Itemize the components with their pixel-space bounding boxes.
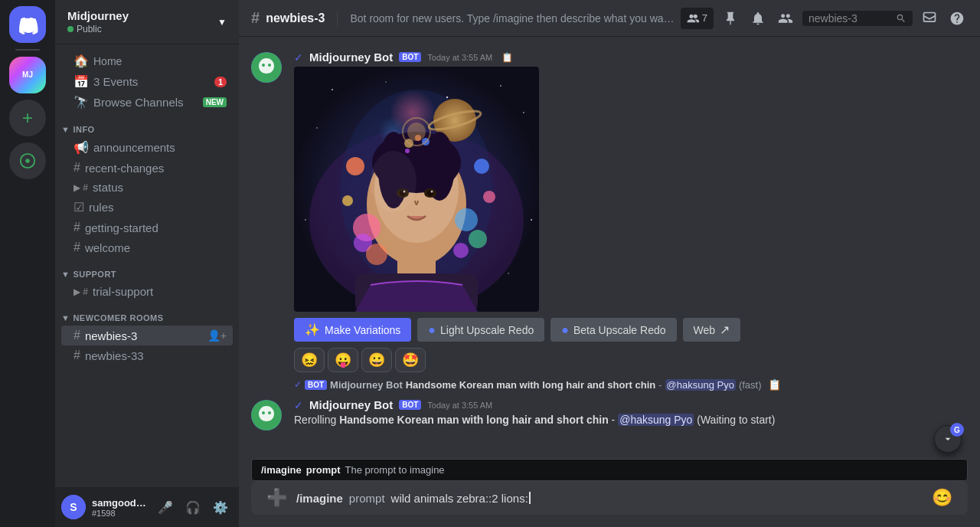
reaction-2[interactable]: 😛	[328, 348, 358, 372]
midjourney-server-icon[interactable]: MJ	[9, 57, 46, 93]
hash-icon: #	[74, 329, 80, 342]
category-arrow-icon2: ▼	[61, 270, 70, 279]
context-text-prompt: Handsome Korean man with long hair and s…	[406, 379, 655, 391]
discord-home-button[interactable]	[9, 6, 46, 43]
context-copy-icon[interactable]: 📋	[768, 378, 781, 391]
make-variations-label: Make Variations	[325, 324, 400, 336]
browse-icon: 🔭	[74, 95, 89, 110]
message-author-2[interactable]: Midjourney Bot	[309, 398, 393, 411]
reactions: 😖 😛 😀 🤩	[294, 348, 968, 372]
events-icon: 📅	[74, 74, 89, 89]
beta-upscale-label: Beta Upscale Redo	[573, 324, 666, 336]
help-icon[interactable]	[946, 8, 968, 29]
unread-badge: G	[950, 423, 964, 437]
channel-welcome-name: welcome	[85, 241, 227, 254]
make-variations-button[interactable]: ✨ Make Variations	[294, 318, 411, 342]
search-bar[interactable]	[802, 11, 913, 26]
channel-item-trial-support[interactable]: ▶ # trial-support	[61, 282, 233, 301]
svg-point-54	[371, 151, 416, 212]
channel-item-getting-started[interactable]: # getting-started	[61, 218, 233, 237]
image-container	[294, 67, 968, 312]
svg-point-7	[268, 64, 271, 67]
message-content-image: ✓ Midjourney Bot BOT Today at 3:55 AM 📋	[294, 51, 968, 372]
headset-button[interactable]: 🎧	[181, 495, 205, 519]
notification-icon[interactable]	[747, 8, 769, 29]
pin-icon[interactable]	[720, 8, 741, 29]
channel-announcements-name: announcements	[93, 141, 227, 154]
hash-icon: ▶ #	[74, 182, 88, 193]
members-icon[interactable]	[775, 8, 796, 29]
context-speed: (fast)	[739, 379, 762, 391]
category-newcomer-label: NEWCOMER ROOMS	[73, 313, 163, 322]
message-input-area: ➕ /imagine prompt wild animals zebra::2 …	[239, 481, 980, 527]
add-server-button[interactable]: +	[9, 100, 46, 136]
settings-button[interactable]: ⚙️	[208, 495, 233, 519]
channel-item-newbies-3[interactable]: # newbies-3 👤+	[61, 326, 233, 345]
reaction-3[interactable]: 😀	[361, 348, 392, 372]
category-support[interactable]: ▼ SUPPORT	[55, 257, 239, 282]
svg-point-38	[366, 244, 387, 265]
svg-point-51	[407, 123, 426, 141]
messages-area[interactable]: ✓ Midjourney Bot BOT Today at 3:55 AM 📋	[239, 37, 980, 459]
events-item[interactable]: 📅 3 Events 1	[61, 71, 233, 92]
reaction-1[interactable]: 😖	[294, 348, 325, 372]
message-author-1[interactable]: Midjourney Bot	[309, 51, 393, 64]
message-timestamp-2: Today at 3:55 AM	[427, 401, 492, 410]
home-icon: 🏠	[74, 54, 89, 68]
web-button[interactable]: Web ↗	[683, 318, 741, 342]
bot-avatar	[251, 52, 282, 83]
beta-upscale-icon: ●	[561, 323, 569, 337]
beta-upscale-redo-button[interactable]: ● Beta Upscale Redo	[550, 318, 676, 342]
server-header[interactable]: Midjourney Public ▼	[55, 0, 239, 44]
microphone-button[interactable]: 🎤	[153, 495, 178, 519]
category-info[interactable]: ▼ INFO	[55, 113, 239, 137]
channel-trial-support-name: trial-support	[93, 285, 227, 298]
variations-icon: ✨	[305, 322, 320, 337]
channel-item-recent-changes[interactable]: # recent-changes	[61, 158, 233, 178]
svg-point-9	[332, 89, 333, 90]
browse-channels-item[interactable]: 🔭 Browse Channels NEW	[61, 92, 233, 113]
inbox-icon[interactable]	[919, 8, 940, 29]
channel-sidebar: Midjourney Public ▼ 🏠 Home 📅 3 Events 1 …	[55, 0, 239, 527]
hash-icon: #	[74, 349, 80, 362]
message-timestamp-1: Today at 3:55 AM	[427, 53, 492, 62]
channel-item-welcome[interactable]: # welcome	[61, 237, 233, 257]
channel-header: # newbies-3 Bot room for new users. Type…	[239, 0, 980, 37]
user-avatar: S	[61, 495, 86, 519]
message-header-2: ✓ Midjourney Bot BOT Today at 3:55 AM	[294, 398, 968, 411]
input-content: /imagine prompt wild animals zebra::2 li…	[296, 483, 923, 514]
light-upscale-label: Light Upscale Redo	[440, 324, 534, 336]
message-header-1: ✓ Midjourney Bot BOT Today at 3:55 AM 📋	[294, 51, 968, 64]
external-link-icon: ↗	[720, 322, 730, 337]
svg-point-6	[262, 64, 265, 67]
channel-newbies-3-name: newbies-3	[85, 329, 203, 342]
scroll-to-bottom-button[interactable]: G	[934, 425, 962, 453]
svg-point-12	[500, 85, 501, 87]
verified-icon-2: ✓	[294, 399, 303, 411]
input-command: /imagine	[296, 492, 343, 505]
svg-point-16	[508, 273, 509, 274]
channel-item-announcements[interactable]: 📢 announcements	[61, 137, 233, 158]
user-discriminator: #1598	[92, 509, 147, 518]
home-item[interactable]: 🏠 Home	[61, 51, 233, 71]
emoji-button[interactable]: 😊	[929, 485, 956, 511]
search-input[interactable]	[808, 12, 893, 25]
user-panel: S samgoodw... #1598 🎤 🎧 ⚙️	[55, 487, 239, 527]
add-attachment-button[interactable]: ➕	[263, 485, 290, 511]
category-newcomer[interactable]: ▼ NEWCOMER ROOMS	[55, 301, 239, 326]
tooltip-description: The prompt to imagine	[345, 464, 445, 476]
add-member-icon[interactable]: 👤+	[207, 329, 227, 342]
channel-item-status[interactable]: ▶ # status	[61, 178, 233, 197]
context-dash: -	[658, 379, 662, 391]
user-controls: 🎤 🎧 ⚙️	[153, 495, 233, 519]
verified-icon: ✓	[294, 51, 303, 64]
light-upscale-redo-button[interactable]: ● Light Upscale Redo	[417, 318, 544, 342]
member-count: 7	[681, 8, 714, 29]
discover-button[interactable]	[9, 142, 46, 179]
reaction-4[interactable]: 🤩	[395, 348, 426, 372]
channel-header-name: newbies-3	[266, 11, 325, 25]
header-actions: 7	[681, 8, 968, 29]
channel-item-newbies-33[interactable]: # newbies-33	[61, 345, 233, 365]
channel-item-rules[interactable]: ☑ rules	[61, 197, 233, 218]
web-label: Web	[694, 324, 716, 336]
